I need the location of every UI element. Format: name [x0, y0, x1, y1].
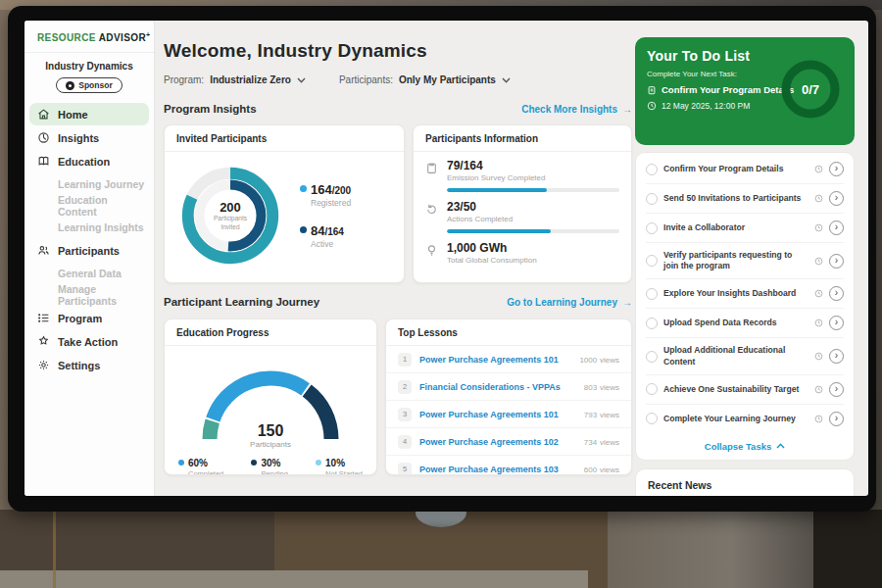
invited-legend: 164/200 Registered 84/164 Active	[300, 182, 351, 249]
task-clock-icon	[814, 385, 823, 394]
task-checkbox[interactable]	[646, 318, 658, 329]
card-title: Education Progress	[165, 319, 376, 346]
info-row-emission-survey: 79/164 Emission Survey Completed	[425, 159, 619, 192]
sidebar-item-learning-insights[interactable]: Learning Insights	[29, 217, 149, 238]
sidebar-item-label: Program	[58, 313, 102, 324]
todo-summary-card: Your To Do List Complete Your Next Task:…	[635, 37, 855, 145]
lesson-views-label: views	[600, 411, 619, 419]
chevron-down-icon	[502, 77, 511, 83]
task-open-button[interactable]: ›	[829, 191, 844, 206]
task-row[interactable]: Send 50 Invitations to Participants ›	[646, 184, 844, 214]
task-checkbox[interactable]	[646, 351, 658, 363]
sidebar-item-learning-journey[interactable]: Learning Journey	[29, 173, 149, 195]
go-to-learning-journey-link[interactable]: Go to Learning Journey →	[507, 297, 632, 308]
legend-dot	[251, 460, 257, 466]
task-checkbox[interactable]	[646, 222, 658, 234]
task-checkbox[interactable]	[646, 413, 658, 424]
program-filter[interactable]: Program: Industrialize Zero	[164, 74, 306, 85]
task-row[interactable]: Explore Your Insights Dashboard ›	[646, 279, 844, 309]
sidebar-item-home[interactable]: Home	[29, 103, 149, 125]
gauge-center-label: Participants	[182, 440, 359, 449]
room-background	[608, 510, 813, 588]
sidebar-item-education-content[interactable]: Education Content	[29, 195, 149, 217]
lesson-link[interactable]: Power Purchase Agreements 101	[419, 355, 579, 365]
task-open-button[interactable]: ›	[829, 382, 844, 397]
participants-filter[interactable]: Participants: Only My Participants	[339, 74, 511, 85]
task-open-button[interactable]: ›	[829, 162, 844, 176]
progress-bar	[447, 229, 619, 233]
invited-participants-card: Invited Participants 200 Participants In…	[164, 124, 405, 283]
sidebar-item-program[interactable]: Program	[29, 307, 149, 329]
lesson-rank-badge: 4	[398, 435, 412, 449]
task-checkbox[interactable]	[646, 255, 658, 267]
task-row[interactable]: Complete Your Learning Journey ›	[646, 405, 844, 433]
program-filter-label: Program:	[164, 74, 204, 85]
sponsor-label: Sponsor	[78, 80, 112, 90]
todo-next-task-label: Confirm Your Program Details	[662, 84, 794, 95]
recent-news-title: Recent News	[648, 479, 842, 491]
invited-chart: 200 Participants Invited 164/200 Registe…	[165, 152, 404, 279]
task-open-button[interactable]: ›	[829, 254, 844, 269]
lesson-views-count: 803	[584, 383, 597, 392]
chevron-down-icon	[297, 77, 306, 83]
app-logo: RESOURCE ADVISOR+	[24, 31, 154, 43]
sidebar-item-participants[interactable]: Participants	[29, 239, 149, 262]
monitor-bezel: RESOURCE ADVISOR+ Industry Dynamics Spon…	[8, 6, 876, 512]
sponsor-icon	[66, 81, 74, 90]
task-row[interactable]: Upload Additional Educational Content ›	[646, 338, 844, 374]
lesson-link[interactable]: Financial Considerations - VPPAs	[419, 382, 584, 392]
sidebar-item-label: Manage Participants	[58, 283, 149, 307]
task-open-button[interactable]: ›	[829, 349, 844, 364]
chevron-up-icon	[776, 443, 785, 449]
info-value: 1,000 GWh	[447, 241, 537, 255]
task-checkbox[interactable]	[646, 288, 658, 300]
arrow-right-icon: →	[622, 297, 632, 308]
sidebar-nav: Home Insights Education Learning Journey…	[24, 103, 154, 376]
task-open-button[interactable]: ›	[829, 412, 844, 426]
lesson-link[interactable]: Power Purchase Agreements 103	[419, 465, 584, 474]
check-more-insights-link[interactable]: Check More Insights →	[521, 104, 632, 115]
lesson-link[interactable]: Power Purchase Agreements 102	[419, 437, 584, 447]
lesson-row: 2 Financial Considerations - VPPAs 803 v…	[386, 373, 631, 401]
home-icon	[37, 108, 50, 121]
participants-information-card: Participants Information 79/164 Emission…	[413, 124, 632, 283]
todo-due-label: 12 May 2025, 12:00 PM	[662, 101, 750, 111]
task-checkbox[interactable]	[646, 383, 658, 395]
task-row[interactable]: Verify participants requesting to join t…	[646, 243, 844, 279]
donut-center: 200 Participants Invited	[172, 158, 288, 273]
program-icon	[37, 312, 50, 324]
sidebar-item-insights[interactable]: Insights	[29, 126, 149, 149]
sidebar-item-manage-participants[interactable]: Manage Participants	[29, 284, 149, 306]
task-clock-icon	[814, 289, 823, 298]
task-row[interactable]: Upload Spend Data Records ›	[646, 309, 844, 338]
info-row-consumption: 1,000 GWh Total Global Consumption	[425, 241, 619, 265]
education-progress-card: Education Progress 150 Participants 60% …	[164, 318, 377, 475]
actions-icon	[425, 203, 438, 216]
lesson-link[interactable]: Power Purchase Agreements 101	[419, 410, 584, 419]
info-value: 79/164	[447, 159, 545, 172]
legend-dot	[300, 226, 307, 233]
task-row[interactable]: Achieve One Sustainability Target ›	[646, 375, 844, 405]
task-label: Upload Additional Educational Content	[663, 345, 808, 367]
task-clock-icon	[814, 352, 823, 361]
page-title: Welcome, Industry Dynamics	[164, 40, 427, 62]
task-open-button[interactable]: ›	[829, 220, 844, 235]
task-open-button[interactable]: ›	[829, 286, 844, 301]
sidebar-item-label: Education Content	[58, 194, 149, 218]
sidebar-item-settings[interactable]: Settings	[29, 354, 149, 376]
sidebar-item-label: Insights	[58, 132, 99, 144]
donut-center-value: 200	[220, 200, 241, 215]
collapse-tasks-link[interactable]: Collapse Tasks	[646, 433, 844, 458]
task-open-button[interactable]: ›	[829, 316, 844, 330]
sidebar-item-education[interactable]: Education	[29, 150, 149, 172]
task-checkbox[interactable]	[646, 193, 658, 205]
task-row[interactable]: Invite a Collaborator ›	[646, 214, 844, 243]
sidebar-item-take-action[interactable]: Take Action	[29, 330, 149, 353]
settings-icon	[37, 359, 50, 371]
sidebar-item-general-data[interactable]: General Data	[29, 263, 149, 284]
legend-dot	[316, 460, 321, 466]
cable	[53, 512, 56, 588]
task-checkbox[interactable]	[646, 164, 658, 175]
task-row[interactable]: Confirm Your Program Details ›	[646, 155, 844, 184]
info-row-actions: 23/50 Actions Completed	[425, 200, 619, 233]
